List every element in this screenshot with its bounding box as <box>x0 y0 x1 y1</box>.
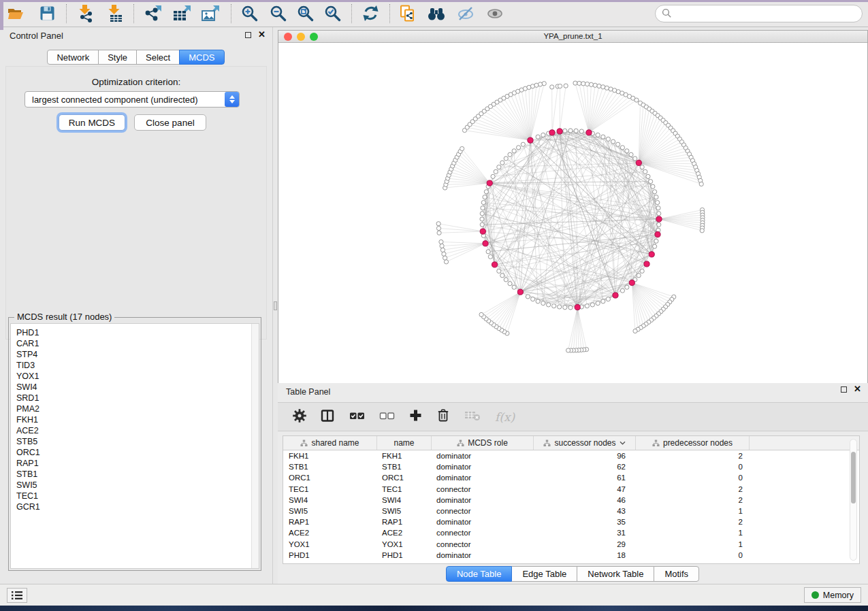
mcds-hub-node[interactable] <box>517 289 523 295</box>
table-row[interactable]: SWI4SWI4dominator462 <box>283 495 859 506</box>
network-window-titlebar[interactable]: YPA_prune.txt_1 <box>278 31 867 43</box>
column-header-successor-nodes[interactable]: successor nodes <box>534 436 636 450</box>
network-node[interactable] <box>597 84 601 88</box>
hide-selected-button[interactable] <box>456 3 475 24</box>
network-node[interactable] <box>558 84 562 88</box>
network-node[interactable] <box>606 297 610 301</box>
mcds-result-item[interactable]: RAP1 <box>11 458 259 469</box>
mcds-hub-node[interactable] <box>629 280 634 285</box>
mcds-hub-node[interactable] <box>636 160 641 165</box>
network-node[interactable] <box>443 256 447 260</box>
export-table-button[interactable] <box>172 3 193 24</box>
network-node[interactable] <box>500 274 504 278</box>
float-panel-icon[interactable] <box>245 32 251 38</box>
network-node[interactable] <box>611 139 615 144</box>
network-node[interactable] <box>653 190 657 194</box>
mcds-result-item[interactable]: CAR1 <box>11 338 259 349</box>
network-node[interactable] <box>440 244 444 248</box>
optimization-criterion-select[interactable]: largest connected component (undirected) <box>25 91 240 108</box>
network-node[interactable] <box>625 149 629 153</box>
network-node[interactable] <box>494 169 498 174</box>
network-node[interactable] <box>643 169 647 174</box>
table-row[interactable]: SWI5SWI5connector431 <box>283 506 859 516</box>
network-node[interactable] <box>700 229 704 233</box>
network-node[interactable] <box>657 222 661 227</box>
mcds-hub-node[interactable] <box>483 241 488 246</box>
tab-motifs[interactable]: Motifs <box>654 566 699 582</box>
mcds-result-item[interactable]: STP4 <box>11 349 259 360</box>
network-node[interactable] <box>439 240 443 244</box>
save-session-button[interactable] <box>39 3 55 24</box>
zoom-fit-button[interactable] <box>297 3 315 24</box>
network-node[interactable] <box>581 82 585 86</box>
mcds-result-item[interactable]: TEC1 <box>11 491 259 501</box>
mcds-hub-node[interactable] <box>549 130 555 135</box>
network-node[interactable] <box>585 304 589 308</box>
function-builder-button-disabled[interactable]: f(x) <box>495 410 515 424</box>
network-node[interactable] <box>480 222 484 227</box>
window-minimize-light[interactable] <box>297 33 305 41</box>
network-node[interactable] <box>508 152 512 156</box>
network-node[interactable] <box>521 142 525 146</box>
network-node[interactable] <box>640 269 644 273</box>
network-node[interactable] <box>625 285 629 289</box>
network-node[interactable] <box>574 129 578 133</box>
deselect-all-rows-button[interactable] <box>379 410 395 424</box>
table-row[interactable]: RAP1RAP1dominator352 <box>283 516 859 527</box>
table-row[interactable]: ORC1ORC1dominator610 <box>283 472 859 483</box>
network-node[interactable] <box>634 98 639 102</box>
mcds-hub-node[interactable] <box>613 293 618 298</box>
network-node[interactable] <box>547 303 551 307</box>
close-panel-icon[interactable]: ✕ <box>258 31 266 38</box>
network-node[interactable] <box>500 161 504 165</box>
memory-button[interactable]: Memory <box>804 587 861 603</box>
table-scrollbar[interactable] <box>850 439 857 561</box>
splitter-handle[interactable] <box>274 301 277 310</box>
column-header-predecessor-nodes[interactable]: predecessor nodes <box>636 436 750 450</box>
mcds-hub-node[interactable] <box>586 130 592 135</box>
table-row[interactable]: ACE2ACE2connector311 <box>283 527 859 538</box>
search-input[interactable] <box>672 7 862 20</box>
import-table-button[interactable] <box>106 3 124 24</box>
network-node[interactable] <box>633 156 637 161</box>
select-all-rows-button[interactable] <box>349 410 365 424</box>
network-node[interactable] <box>566 348 570 352</box>
mcds-result-item[interactable]: PHD1 <box>11 327 259 338</box>
mcds-result-item[interactable]: ACE2 <box>11 425 259 436</box>
mcds-result-item[interactable]: GCR1 <box>11 501 259 512</box>
network-node[interactable] <box>479 312 483 316</box>
network-node[interactable] <box>504 156 508 161</box>
network-node[interactable] <box>620 288 624 293</box>
show-all-button[interactable] <box>485 3 504 24</box>
network-node[interactable] <box>601 135 605 139</box>
network-node[interactable] <box>542 82 546 86</box>
copy-network-button[interactable] <box>399 3 416 24</box>
mcds-result-item[interactable]: STB1 <box>11 469 259 480</box>
network-node[interactable] <box>568 306 573 310</box>
tab-edge-table[interactable]: Edge Table <box>511 566 577 582</box>
network-node[interactable] <box>504 278 508 282</box>
network-node[interactable] <box>531 297 535 301</box>
network-node[interactable] <box>651 184 655 188</box>
first-neighbors-button[interactable] <box>426 3 447 24</box>
network-node[interactable] <box>646 174 650 178</box>
network-node[interactable] <box>590 303 594 307</box>
mcds-result-list[interactable]: PHD1CAR1STP4TID3YOX1SWI4SRD1PMA2FKH1ACE2… <box>10 323 259 569</box>
mcds-result-item[interactable]: PMA2 <box>11 403 259 414</box>
network-node[interactable] <box>649 180 653 184</box>
network-node[interactable] <box>436 226 440 230</box>
network-node[interactable] <box>550 85 554 89</box>
column-header-name[interactable]: name <box>377 436 432 450</box>
network-node[interactable] <box>633 329 637 333</box>
network-node[interactable] <box>536 299 540 303</box>
tab-mcds[interactable]: MCDS <box>179 50 224 65</box>
window-close-light[interactable] <box>284 33 292 41</box>
network-node[interactable] <box>596 301 600 306</box>
network-node[interactable] <box>589 82 593 86</box>
table-settings-button[interactable] <box>293 409 306 425</box>
network-node[interactable] <box>563 129 567 133</box>
mcds-hub-node[interactable] <box>656 216 662 222</box>
network-node[interactable] <box>442 252 446 256</box>
table-row[interactable]: STB1STB1dominator620 <box>283 461 859 472</box>
table-row[interactable]: TEC1TEC1connector472 <box>283 484 859 495</box>
